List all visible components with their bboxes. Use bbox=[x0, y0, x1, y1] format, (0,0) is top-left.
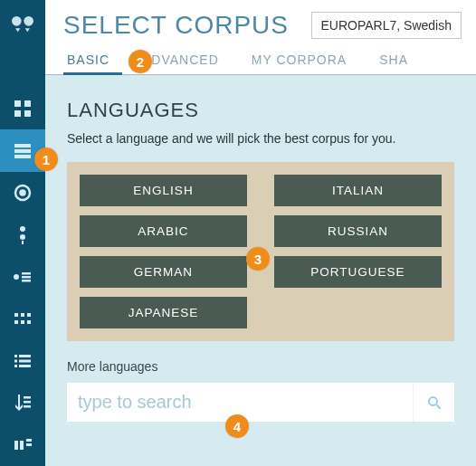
app-logo-icon bbox=[8, 9, 37, 38]
svg-rect-11 bbox=[22, 241, 24, 244]
svg-rect-31 bbox=[14, 441, 18, 450]
svg-rect-3 bbox=[24, 110, 31, 117]
svg-rect-20 bbox=[21, 320, 24, 324]
sidebar-item-target[interactable] bbox=[0, 172, 45, 214]
svg-rect-2 bbox=[14, 110, 21, 117]
svg-rect-19 bbox=[14, 320, 18, 324]
content-panel: LANGUAGES Select a language and we will … bbox=[45, 75, 476, 466]
svg-point-10 bbox=[20, 234, 25, 240]
sidebar-item-ngrams[interactable] bbox=[0, 298, 45, 339]
header: SELECT CORPUS EUROPARL7, Swedish bbox=[45, 0, 476, 45]
search-icon bbox=[426, 395, 443, 411]
lang-russian[interactable]: RUSSIAN bbox=[274, 215, 442, 247]
tab-shared[interactable]: SHA bbox=[376, 45, 412, 74]
svg-rect-25 bbox=[19, 359, 31, 362]
sidebar-item-dashboard[interactable] bbox=[0, 88, 45, 129]
svg-rect-5 bbox=[14, 149, 31, 153]
callout-4: 4 bbox=[225, 414, 249, 438]
callout-2: 2 bbox=[129, 50, 152, 73]
svg-rect-29 bbox=[24, 401, 31, 404]
sidebar-item-sort[interactable] bbox=[0, 382, 45, 423]
sidebar-item-wordlist[interactable] bbox=[0, 256, 45, 298]
lang-japanese[interactable]: JAPANESE bbox=[80, 297, 247, 328]
svg-point-35 bbox=[429, 397, 437, 405]
svg-rect-13 bbox=[22, 272, 31, 275]
svg-rect-18 bbox=[27, 313, 31, 317]
svg-rect-16 bbox=[14, 313, 18, 317]
svg-point-12 bbox=[14, 274, 19, 280]
svg-rect-6 bbox=[14, 155, 31, 158]
svg-point-8 bbox=[21, 191, 25, 195]
svg-rect-24 bbox=[14, 359, 17, 362]
section-heading: LANGUAGES bbox=[67, 99, 454, 122]
callout-3: 3 bbox=[246, 247, 270, 271]
callout-1: 1 bbox=[34, 147, 58, 171]
svg-line-36 bbox=[436, 404, 441, 409]
svg-rect-4 bbox=[14, 144, 31, 147]
lang-italian[interactable]: ITALIAN bbox=[274, 175, 442, 206]
lang-english[interactable]: ENGLISH bbox=[80, 175, 247, 206]
page-title: SELECT CORPUS bbox=[63, 11, 297, 40]
main: SELECT CORPUS EUROPARL7, Swedish BASIC A… bbox=[45, 0, 476, 466]
sidebar-item-keywords[interactable] bbox=[0, 340, 45, 382]
svg-rect-14 bbox=[22, 276, 31, 279]
more-languages-label: More languages bbox=[67, 359, 454, 374]
sidebar bbox=[0, 0, 45, 466]
section-description: Select a language and we will pick the b… bbox=[67, 131, 454, 146]
svg-rect-21 bbox=[27, 320, 31, 324]
svg-rect-30 bbox=[24, 405, 31, 408]
svg-rect-0 bbox=[14, 100, 21, 107]
svg-point-9 bbox=[20, 226, 25, 232]
svg-rect-33 bbox=[26, 439, 32, 442]
lang-german[interactable]: GERMAN bbox=[80, 256, 247, 288]
sidebar-item-more[interactable] bbox=[0, 424, 45, 466]
corpus-selector[interactable]: EUROPARL7, Swedish bbox=[311, 12, 462, 39]
svg-rect-23 bbox=[19, 355, 31, 357]
svg-rect-15 bbox=[22, 280, 31, 282]
tab-my-corpora[interactable]: MY CORPORA bbox=[248, 45, 350, 74]
sidebar-item-thesaurus[interactable] bbox=[0, 214, 45, 255]
svg-rect-34 bbox=[26, 443, 32, 446]
search-row bbox=[67, 383, 454, 422]
svg-rect-1 bbox=[24, 100, 31, 107]
svg-rect-17 bbox=[21, 313, 24, 317]
search-button[interactable] bbox=[413, 383, 454, 422]
svg-rect-27 bbox=[19, 365, 31, 367]
svg-rect-22 bbox=[14, 355, 17, 357]
svg-rect-28 bbox=[24, 396, 31, 399]
tabs: BASIC ADVANCED MY CORPORA SHA bbox=[45, 45, 476, 75]
tab-basic[interactable]: BASIC bbox=[63, 45, 113, 74]
svg-rect-32 bbox=[20, 441, 24, 450]
lang-arabic[interactable]: ARABIC bbox=[80, 215, 247, 247]
svg-rect-26 bbox=[14, 365, 17, 367]
lang-portuguese[interactable]: PORTUGUESE bbox=[274, 256, 442, 288]
